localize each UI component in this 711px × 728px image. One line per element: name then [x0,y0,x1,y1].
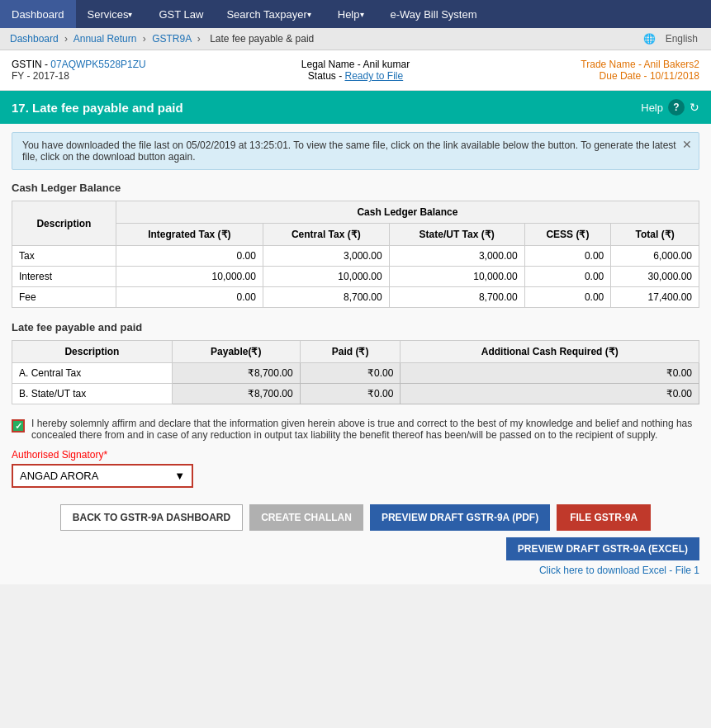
breadcrumb: Dashboard › Annual Return › GSTR9A › Lat… [10,33,317,45]
status-value[interactable]: Ready to File [344,70,403,82]
row-fee-central: 8,700.00 [263,287,389,308]
help-area: Help ? ↻ [641,99,699,116]
row-interest-integrated: 10,000.00 [116,267,263,287]
col-cess: CESS (₹) [524,224,611,246]
nav-help-dropdown[interactable]: Help [326,0,379,28]
file-gstr9a-button[interactable]: FILE GSTR-9A [557,504,651,531]
late-fee-table: Description Payable(₹) Paid (₹) Addition… [12,340,699,404]
cash-ledger-title: Cash Ledger Balance [12,182,699,194]
col-state-tax: State/UT Tax (₹) [389,224,524,246]
auth-label: Authorised Signatory* [12,449,699,461]
breadcrumb-sep3: › [197,33,201,45]
row-interest-cess: 0.00 [524,267,611,287]
lf-row2-payable: ₹8,700.00 [172,384,300,404]
nav-services-dropdown[interactable]: Services [76,0,148,28]
section-header: 17. Late fee payable and paid Help ? ↻ [0,91,711,124]
table-row: A. Central Tax ₹8,700.00 ₹0.00 ₹0.00 [12,363,699,384]
row-interest-total: 30,000.00 [611,267,699,287]
declaration-text: I hereby solemnly affirm and declare tha… [31,418,699,441]
preview-pdf-button[interactable]: PREVIEW DRAFT GSTR-9A (PDF) [370,504,550,531]
fy-label: FY - 2017-18 [12,70,241,82]
col-central-tax: Central Tax (₹) [263,224,389,246]
back-to-dashboard-button[interactable]: BACK TO GSTR-9A DASHBOARD [60,504,243,531]
breadcrumb-sep2: › [143,33,146,45]
late-fee-title: Late fee payable and paid [12,321,699,333]
declaration-checkbox[interactable] [12,419,25,433]
row-interest-state: 10,000.00 [389,267,524,287]
table-row: Interest 10,000.00 10,000.00 10,000.00 0… [12,267,699,287]
help-label: Help [641,102,663,114]
language-label: English [666,33,698,45]
lf-row1-paid: ₹0.00 [300,363,401,384]
late-fee-section: Late fee payable and paid Description Pa… [12,321,699,404]
alert-banner: You have downloaded the file last on 05/… [12,132,699,170]
gstin-value[interactable]: 07AQWPK5528P1ZU [50,59,145,70]
language-selector[interactable]: 🌐 English [640,33,701,45]
authorised-signatory-section: Authorised Signatory* ANGAD ARORA ▼ [12,449,699,488]
nav-search-taxpayer[interactable]: Search Taxpayer [215,8,325,21]
globe-icon: 🌐 [643,33,656,45]
authorised-signatory-dropdown[interactable]: ANGAD ARORA ▼ [12,464,193,488]
cash-ledger-section: Cash Ledger Balance Description Cash Led… [12,182,699,308]
row-tax-total: 6,000.00 [611,246,699,267]
row-fee-label: Fee [12,287,116,308]
lf-row1-additional: ₹0.00 [401,363,699,384]
legal-status-section: Legal Name - Anil kumar Status - Ready t… [241,59,471,82]
taxpayer-info-header: GSTIN - 07AQWPK5528P1ZU FY - 2017-18 Leg… [0,50,711,91]
row-interest-label: Interest [12,267,116,287]
lf-row2-label: B. State/UT tax [12,384,173,404]
row-tax-integrated: 0.00 [116,246,263,267]
breadcrumb-current: Late fee payable & paid [210,33,314,45]
lf-col-payable: Payable(₹) [172,341,300,363]
cash-ledger-table: Description Cash Ledger Balance Integrat… [12,201,699,308]
declaration-section: I hereby solemnly affirm and declare tha… [12,418,699,441]
col-description: Description [12,201,116,246]
action-buttons-row: BACK TO GSTR-9A DASHBOARD CREATE CHALLAN… [12,504,699,531]
breadcrumb-dashboard[interactable]: Dashboard [10,33,59,45]
status-row: Status - Ready to File [241,70,471,82]
required-star: * [103,449,107,461]
trade-due-section: Trade Name - Anil Bakers2 Due Date - 10/… [470,59,699,82]
nav-help[interactable]: Help [326,8,379,21]
lf-col-paid: Paid (₹) [300,341,401,363]
due-date: Due Date - 10/11/2018 [470,70,699,82]
col-integrated-tax: Integrated Tax (₹) [116,224,263,246]
top-navigation: Dashboard Services GST Law Search Taxpay… [0,0,711,28]
section-title: 17. Late fee payable and paid [12,101,183,115]
col-cash-ledger-balance: Cash Ledger Balance [116,201,699,224]
preview-excel-button[interactable]: PREVIEW DRAFT GSTR-9A (EXCEL) [506,537,699,560]
create-challan-button[interactable]: CREATE CHALLAN [249,504,363,531]
alert-close-button[interactable]: ✕ [682,138,692,151]
nav-gst-law[interactable]: GST Law [147,0,215,28]
gstin-fy-section: GSTIN - 07AQWPK5528P1ZU FY - 2017-18 [12,59,241,82]
help-icon[interactable]: ? [668,99,685,116]
breadcrumb-gstr9a[interactable]: GSTR9A [152,33,191,45]
breadcrumb-bar: Dashboard › Annual Return › GSTR9A › Lat… [0,28,711,50]
row-tax-label: Tax [12,246,116,267]
breadcrumb-sep1: › [64,33,68,45]
download-link-row: Click here to download Excel - File 1 [12,564,699,576]
row-fee-state: 8,700.00 [389,287,524,308]
lf-row2-paid: ₹0.00 [300,384,401,404]
excel-preview-row: PREVIEW DRAFT GSTR-9A (EXCEL) [12,537,699,560]
row-fee-cess: 0.00 [524,287,611,308]
table-row: Fee 0.00 8,700.00 8,700.00 0.00 17,400.0… [12,287,699,308]
nav-dashboard[interactable]: Dashboard [0,0,76,28]
nav-services[interactable]: Services [76,8,148,21]
lf-row1-label: A. Central Tax [12,363,173,384]
row-tax-cess: 0.00 [524,246,611,267]
table-row: Tax 0.00 3,000.00 3,000.00 0.00 6,000.00 [12,246,699,267]
lf-row1-payable: ₹8,700.00 [172,363,300,384]
breadcrumb-annual-return[interactable]: Annual Return [73,33,137,45]
refresh-icon[interactable]: ↻ [690,101,699,114]
gstin-label: GSTIN - [12,59,50,70]
main-content: You have downloaded the file last on 05/… [0,124,711,584]
nav-search-taxpayer-dropdown[interactable]: Search Taxpayer [215,0,325,28]
nav-eway-bill[interactable]: e-Way Bill System [379,0,489,28]
download-excel-link[interactable]: Click here to download Excel - File 1 [539,565,699,576]
row-tax-central: 3,000.00 [263,246,389,267]
lf-col-description: Description [12,341,173,363]
auth-selected-value: ANGAD ARORA [20,470,98,482]
row-interest-central: 10,000.00 [263,267,389,287]
table-row: B. State/UT tax ₹8,700.00 ₹0.00 ₹0.00 [12,384,699,404]
